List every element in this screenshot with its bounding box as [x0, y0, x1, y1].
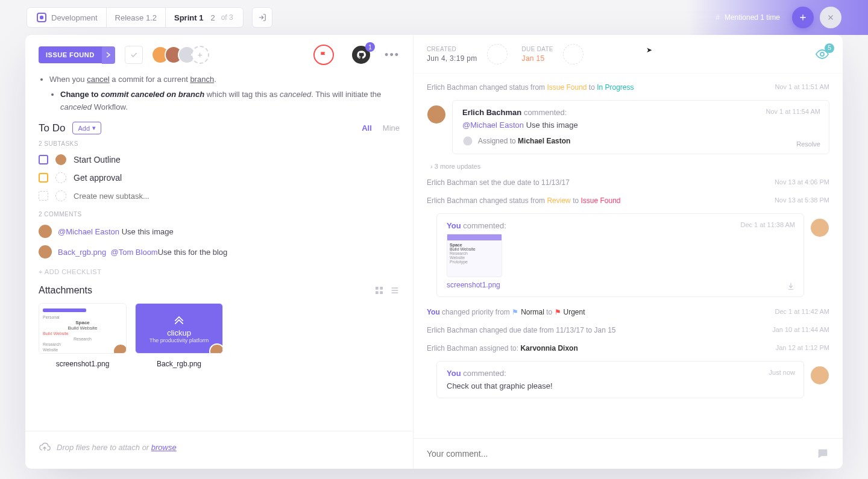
complete-checkbox[interactable]	[125, 46, 143, 64]
add-button[interactable]	[792, 7, 814, 28]
attachment-thumb[interactable]: clickup The productivity platform Back_r…	[135, 303, 223, 368]
breadcrumb: Development Release 1.2 Sprint 1 2 of 3	[27, 7, 244, 28]
crumb-release[interactable]: Release 1.2	[107, 8, 166, 27]
mention-pill[interactable]: # Mentioned 1 time	[709, 10, 786, 25]
subtask-checkbox[interactable]	[39, 173, 48, 183]
clickup-logo-icon	[173, 314, 185, 326]
status-caret[interactable]	[102, 46, 115, 64]
close-button[interactable]	[820, 7, 841, 28]
chat-bubble-icon	[816, 447, 829, 460]
github-button[interactable]: 1	[352, 46, 370, 64]
dropzone[interactable]: Drop files here to attach or browse	[25, 431, 413, 463]
assignee-avatars: +	[156, 46, 209, 64]
crumb-space[interactable]: Development	[28, 8, 107, 27]
avatar[interactable]	[55, 154, 66, 165]
add-assignee-button[interactable]: +	[191, 46, 209, 64]
subtask-checkbox	[39, 191, 48, 201]
date-placeholder[interactable]	[563, 44, 583, 64]
clickup-icon	[37, 13, 46, 22]
subtask-row[interactable]: Start Outline	[39, 151, 400, 169]
assign-avatar-empty[interactable]	[55, 172, 66, 183]
svg-rect-0	[376, 287, 379, 290]
time-tracked-placeholder[interactable]	[487, 44, 508, 64]
comment-row[interactable]: @Michael Easton Use this image	[39, 221, 400, 242]
new-subtask-input[interactable]	[74, 192, 254, 201]
grid-view-icon[interactable]	[374, 286, 384, 295]
chevron-down-icon: ▾	[92, 124, 96, 132]
attachments-title: Attachments	[39, 285, 92, 296]
download-icon[interactable]	[787, 282, 795, 290]
list-view-icon[interactable]	[390, 286, 400, 295]
close-icon	[826, 13, 835, 22]
caret-right-icon	[106, 52, 111, 58]
attachment-name: screenshot1.png	[56, 360, 110, 368]
filter-all[interactable]: All	[362, 124, 372, 133]
attachment-mini[interactable]: SpaceBuild WebsiteResearchWebsitePrototy…	[447, 234, 502, 277]
check-icon	[130, 51, 138, 59]
watchers-button[interactable]: 5	[815, 47, 829, 61]
due-date-meta[interactable]: DUE DATE Jan 15	[522, 46, 553, 63]
avatar	[39, 245, 52, 258]
subtask-row[interactable]: Get approval	[39, 169, 400, 187]
comments-label: 2 COMMENTS	[39, 211, 400, 218]
add-checklist-button[interactable]: + ADD CHECKLIST	[39, 268, 400, 275]
activity-item: Erlich Bachman changed status from Issue…	[427, 78, 829, 96]
assign-icon	[462, 136, 473, 146]
svg-rect-1	[380, 287, 383, 290]
cloud-upload-icon	[39, 441, 51, 453]
description: When you cancel a commit for a current b…	[49, 74, 400, 113]
created-meta: CREATED Jun 4, 3:19 pm	[427, 46, 477, 63]
avatar	[811, 366, 829, 384]
activity-item: Erlich Bachman changed due date from 11/…	[427, 321, 829, 339]
avatar	[427, 105, 445, 124]
task-meta-header: CREATED Jun 4, 3:19 pm DUE DATE Jan 15 5…	[414, 35, 843, 74]
assigned-row: Assigned to Michael Easton	[462, 136, 819, 146]
more-menu[interactable]: •••	[385, 49, 400, 61]
flag-icon	[319, 51, 328, 59]
activity-item: You changed priority from ⚑Normal to ⚑Ur…	[427, 303, 829, 321]
github-badge: 1	[365, 42, 375, 52]
comment-input[interactable]	[427, 449, 816, 459]
plus-icon	[798, 13, 808, 22]
crumb-sprint[interactable]: Sprint 1 2 of 3	[166, 8, 242, 27]
avatar	[209, 343, 223, 354]
new-subtask-row[interactable]	[39, 187, 400, 205]
comment-row[interactable]: Back_rgb.png @Tom BloomUse this for the …	[39, 242, 400, 262]
browse-link[interactable]: browse	[151, 443, 177, 452]
comment-block[interactable]: You commented: Just now Check out that g…	[436, 361, 804, 398]
avatar	[811, 219, 829, 237]
hash-icon: #	[715, 13, 720, 22]
svg-rect-3	[380, 292, 383, 295]
comment-input-row	[414, 438, 843, 469]
svg-point-4	[820, 52, 824, 56]
svg-point-5	[464, 137, 473, 146]
cursor-icon: ➤	[646, 46, 652, 54]
activity-item: Erlich Bachman set the due date to 11/13…	[427, 174, 829, 192]
todo-title: To Do	[39, 122, 65, 134]
more-updates-toggle[interactable]: › 3 more updates	[427, 160, 829, 174]
comment-block[interactable]: You commented: Dec 1 at 11:38 AM SpaceBu…	[436, 213, 804, 297]
send-comment-button[interactable]	[816, 447, 829, 460]
priority-flag[interactable]	[313, 45, 334, 65]
subtask-checkbox[interactable]	[39, 155, 48, 164]
attachment-link[interactable]: screenshot1.png	[447, 281, 500, 289]
status-button[interactable]: ISSUE FOUND	[39, 46, 115, 64]
resolve-button[interactable]: Resolve	[796, 140, 820, 148]
attachment-thumb[interactable]: Personal Space Build Website Build Websi…	[39, 303, 127, 368]
filter-mine[interactable]: Mine	[383, 124, 400, 133]
page-of: of 3	[221, 13, 233, 22]
comment-block[interactable]: Erlich Bachman commented: Nov 1 at 11:54…	[452, 100, 829, 154]
attachment-name: Back_rgb.png	[157, 360, 201, 368]
activity-item: Erlich Bachman changed status from Revie…	[427, 192, 829, 210]
activity-item: Erlich Bachman assigned to: Karvonnia Di…	[427, 339, 829, 357]
avatar	[39, 225, 52, 238]
github-icon	[356, 50, 366, 60]
assign-avatar-empty	[55, 190, 66, 201]
add-todo-button[interactable]: Add▾	[72, 122, 101, 134]
watch-badge: 5	[825, 43, 834, 53]
activity-feed: Erlich Bachman changed status from Issue…	[414, 74, 843, 438]
subtasks-label: 2 SUBTASKS	[39, 140, 400, 147]
exit-button[interactable]	[252, 7, 272, 28]
page-number: 2	[210, 13, 215, 22]
svg-rect-2	[376, 292, 379, 295]
